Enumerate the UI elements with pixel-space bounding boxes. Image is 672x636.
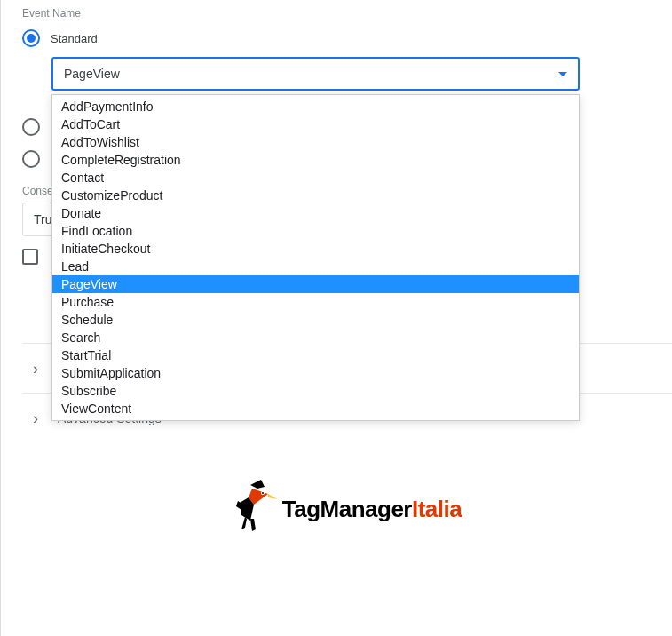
radio-standard-row[interactable]: Standard <box>22 28 672 48</box>
logo-part-1: TagManager <box>282 496 412 522</box>
dropdown-option[interactable]: Purchase <box>52 293 579 311</box>
chevron-down-icon <box>558 72 567 76</box>
dropdown-option[interactable]: Schedule <box>52 311 579 329</box>
dropdown-option[interactable]: Search <box>52 329 579 346</box>
event-name-label: Event Name <box>22 7 672 20</box>
event-select-dropdown[interactable]: AddPaymentInfoAddToCartAddToWishlistComp… <box>51 94 580 421</box>
dropdown-option[interactable]: Lead <box>52 258 579 275</box>
dropdown-option[interactable]: SubmitApplication <box>52 364 579 382</box>
radio-standard[interactable] <box>22 29 40 47</box>
radio-option-3[interactable] <box>22 150 40 168</box>
woodpecker-icon <box>233 478 277 540</box>
dropdown-option[interactable]: CustomizeProduct <box>52 187 579 204</box>
dropdown-option[interactable]: ViewContent <box>52 400 579 417</box>
chevron-right-icon: › <box>33 361 38 377</box>
dropdown-option[interactable]: StartTrial <box>52 346 579 364</box>
dropdown-option[interactable]: AddPaymentInfo <box>52 98 579 115</box>
dropdown-option[interactable]: InitiateCheckout <box>52 240 579 258</box>
radio-option-2[interactable] <box>22 118 40 136</box>
logo-text: TagManagerItalia <box>282 496 462 523</box>
footer-logo: TagManagerItalia <box>22 478 672 540</box>
radio-standard-label: Standard <box>51 32 98 45</box>
dropdown-option[interactable]: CompleteRegistration <box>52 151 579 169</box>
checkbox[interactable] <box>22 249 38 265</box>
dropdown-option[interactable]: FindLocation <box>52 222 579 240</box>
event-select-value: PageView <box>64 67 120 81</box>
event-select-wrap: PageView AddPaymentInfoAddToCartAddToWis… <box>51 57 580 91</box>
chevron-right-icon: › <box>33 410 38 426</box>
dropdown-option[interactable]: AddToWishlist <box>52 133 579 151</box>
dropdown-option[interactable]: Donate <box>52 204 579 222</box>
dropdown-option[interactable]: Contact <box>52 169 579 187</box>
dropdown-option[interactable]: PageView <box>52 275 579 293</box>
dropdown-option[interactable]: AddToCart <box>52 115 579 133</box>
event-name-radio-group: Standard PageView AddPaymentInfoAddToCar… <box>22 28 672 265</box>
dropdown-option[interactable]: Subscribe <box>52 382 579 400</box>
event-select[interactable]: PageView <box>51 57 580 91</box>
svg-point-1 <box>262 492 264 494</box>
logo-part-2: Italia <box>412 496 462 522</box>
